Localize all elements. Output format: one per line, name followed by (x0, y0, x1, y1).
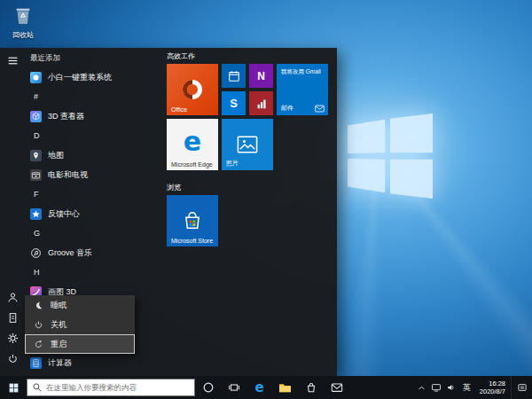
section-header-f[interactable]: F (25, 184, 160, 204)
section-header-g[interactable]: G (25, 223, 160, 243)
ime-indicator[interactable]: 英 (459, 382, 474, 394)
user-account-button[interactable] (0, 287, 25, 308)
document-icon (7, 312, 19, 324)
groove-music-icon (30, 247, 42, 259)
app-item-groove-music[interactable]: Groove 音乐 (25, 243, 160, 262)
edge-taskbar-button[interactable]: e (246, 376, 272, 399)
section-header-hash[interactable]: # (25, 87, 160, 106)
network-icon (431, 382, 442, 393)
tray-date: 2020/8/7 (480, 387, 505, 395)
tray-time: 16:28 (480, 379, 505, 387)
app-label: 电影和电视 (48, 169, 88, 181)
tile-group-title-explore[interactable]: 浏览 (167, 183, 181, 192)
settings-button[interactable] (0, 328, 25, 348)
tile-label: 照片 (226, 159, 239, 168)
sleep-option[interactable]: 睡眠 (25, 295, 135, 315)
office-logo-icon (181, 78, 204, 101)
expand-menu-button[interactable] (0, 51, 25, 71)
app-label: 反馈中心 (48, 208, 80, 220)
mail-envelope-icon (315, 105, 325, 113)
action-center-button[interactable] (511, 376, 532, 399)
documents-button[interactable] (0, 308, 25, 328)
tile-mail[interactable]: 我将改用 Gmail 邮件 (277, 64, 328, 115)
power-button[interactable] (0, 348, 25, 369)
task-view-icon (228, 381, 240, 394)
tile-microsoft-store[interactable]: Microsoft Store (167, 195, 218, 246)
folder-icon (278, 382, 292, 394)
tile-photos[interactable]: 照片 (222, 119, 273, 170)
system-tray: 英 16:28 2020/8/7 (414, 376, 532, 399)
mail-taskbar-button[interactable] (324, 376, 349, 399)
app-item-3d-viewer[interactable]: 3D 查看器 (25, 106, 160, 126)
tray-clock[interactable]: 16:28 2020/8/7 (474, 379, 511, 395)
shutdown-icon (34, 320, 43, 330)
tile-edge[interactable]: e Microsoft Edge (167, 119, 218, 170)
power-flyout: 睡眠 关机 重启 (25, 295, 135, 354)
volume-icon (446, 382, 457, 393)
movies-tv-icon (30, 169, 42, 181)
tile-label: Microsoft Edge (171, 161, 213, 168)
action-center-icon (517, 382, 528, 393)
shutdown-option[interactable]: 关机 (25, 315, 135, 334)
power-icon (7, 353, 19, 364)
tile-skype[interactable]: S (222, 91, 246, 115)
tile-chart[interactable] (249, 91, 273, 115)
sleep-icon (34, 301, 43, 310)
app-item-feedback-hub[interactable]: 反馈中心 (25, 204, 160, 223)
gear-icon (7, 332, 19, 344)
hamburger-icon (7, 55, 19, 66)
bar-chart-icon (255, 98, 268, 110)
app-label: 小白一键重装系统 (48, 72, 112, 83)
store-taskbar-button[interactable] (298, 376, 324, 399)
app-item-xiaobai[interactable]: 小白一键重装系统 (25, 67, 160, 87)
mail-preview-text: 我将改用 Gmail (281, 68, 325, 75)
cortana-icon (202, 381, 215, 394)
start-button[interactable] (0, 376, 27, 399)
store-bag-icon (182, 210, 203, 231)
recycle-bin-label: 回收站 (4, 30, 43, 40)
network-status[interactable] (429, 376, 444, 399)
xiaobai-icon (30, 72, 42, 83)
calculator-icon (30, 357, 42, 369)
cortana-button[interactable] (195, 376, 221, 399)
section-header-d[interactable]: D (25, 126, 160, 145)
taskbar: e 英 16:28 2020/8/7 (0, 376, 532, 399)
maps-icon (30, 150, 42, 161)
recycle-bin-icon (13, 4, 33, 26)
photos-icon (237, 136, 258, 153)
restart-icon (34, 340, 43, 349)
tile-office[interactable]: Office (167, 64, 218, 115)
app-label: 3D 查看器 (48, 111, 84, 122)
store-icon (305, 381, 317, 394)
wallpaper-windows-logo (348, 113, 433, 199)
file-explorer-button[interactable] (272, 376, 298, 399)
volume-status[interactable] (444, 376, 459, 399)
task-view-button[interactable] (221, 376, 246, 399)
windows-logo-icon (8, 382, 20, 394)
start-menu-rail (0, 48, 25, 376)
app-label: Groove 音乐 (48, 247, 92, 259)
recycle-bin[interactable]: 回收站 (4, 4, 43, 40)
app-label: 计算器 (48, 357, 72, 369)
mail-icon (331, 382, 343, 393)
section-header-h[interactable]: H (25, 262, 160, 282)
tile-group-title-productivity[interactable]: 高效工作 (167, 51, 195, 61)
restart-option[interactable]: 重启 (25, 334, 135, 354)
app-item-calculator[interactable]: 计算器 (25, 353, 160, 372)
app-item-movies-tv[interactable]: 电影和电视 (25, 165, 160, 184)
tile-label: Microsoft Store (171, 238, 213, 244)
user-icon (7, 292, 19, 303)
taskbar-search-box[interactable] (27, 379, 195, 396)
3d-viewer-icon (30, 111, 42, 122)
feedback-hub-icon (30, 208, 42, 220)
tile-calendar[interactable] (222, 64, 246, 88)
app-item-maps[interactable]: 地图 (25, 145, 160, 165)
desktop: 回收站 最近添加 (0, 0, 532, 399)
chevron-up-icon (417, 383, 426, 393)
tray-overflow-button[interactable] (414, 376, 429, 399)
tile-label: Office (171, 106, 187, 113)
rail-bottom-buttons (0, 287, 25, 369)
start-tiles-pane: 高效工作 Office N S 我将改用 Gmail 邮件 (160, 48, 337, 376)
search-input[interactable] (46, 383, 190, 392)
tile-onenote[interactable]: N (249, 64, 273, 88)
